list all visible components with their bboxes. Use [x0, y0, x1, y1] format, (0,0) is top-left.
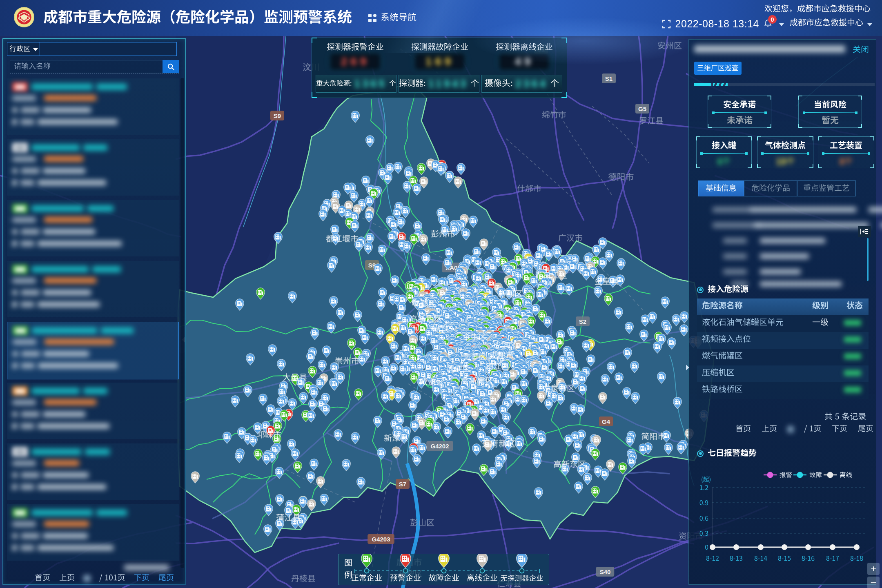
svg-text:G4202: G4202 [430, 443, 449, 450]
svg-text:S40: S40 [600, 568, 611, 575]
svg-text:G5: G5 [638, 105, 646, 112]
svg-text:S2: S2 [579, 318, 586, 325]
svg-text:G4: G4 [602, 418, 610, 425]
svg-text:S7: S7 [399, 481, 406, 488]
svg-text:S1: S1 [605, 75, 612, 82]
svg-text:S9: S9 [274, 112, 281, 119]
svg-text:G4203: G4203 [372, 536, 390, 543]
